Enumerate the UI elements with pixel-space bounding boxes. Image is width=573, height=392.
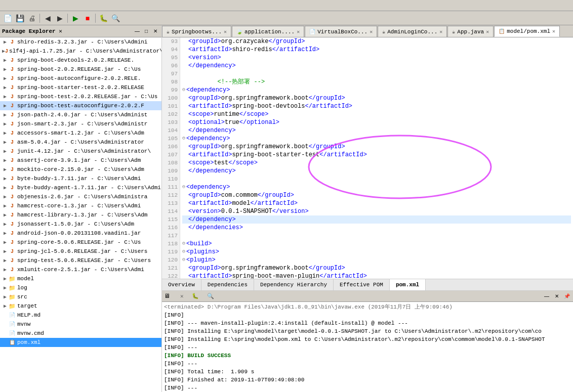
print-button[interactable]: 🖨 [26, 13, 37, 24]
forward-button[interactable]: ▶ [54, 13, 65, 24]
toolbar-sep-3 [95, 14, 96, 23]
tree-item[interactable]: ▶Jhamcrest-core-1.3.jar - C:\Users\Admi [0, 201, 161, 210]
search-toolbar-button[interactable]: 🔍 [110, 13, 121, 24]
tree-item[interactable]: ▶Jassertj-core-3.9.1.jar - C:\Users\Adm [0, 156, 161, 165]
bottom-tab-dependencies[interactable]: Dependencies [201, 279, 254, 290]
console-clear-btn[interactable]: ✕ [553, 292, 561, 300]
tree-item[interactable]: ▶Jspring-boot-test-2.0.2.RELEASE.jar - C… [0, 92, 161, 101]
menu-source[interactable] [18, 5, 26, 7]
tree-item[interactable]: ▶📁src [0, 292, 161, 301]
tree-item[interactable]: ▶Jaccessors-smart-1.2.jar - C:\Users\Adm [0, 128, 161, 138]
tree-item[interactable]: ▶Jjunit-4.12.jar - C:\Users\Administrato… [0, 147, 161, 156]
tree-item[interactable]: ▶Jspring-core-5.0.6.RELEASE.jar - C:\Us [0, 238, 161, 247]
right-panel: ☕Springbootws...✕🍃application....✕📄Virtu… [162, 25, 573, 392]
line-number: 111 [164, 183, 178, 191]
tree-item[interactable]: ▶Jmockito-core-2.15.0.jar - C:\Users\Adm [0, 165, 161, 174]
tree-item[interactable]: ▶Jandroid-json-0.0.20131108.vaadin1.jar [0, 229, 161, 238]
menu-file[interactable] [2, 5, 10, 7]
maximize-button[interactable]: □ [142, 27, 150, 35]
toolbar-sep-1 [39, 14, 40, 23]
code-line: <artifactId>shiro-redis</artifactId> [182, 46, 571, 54]
code-line: <groupId>com.commom</groupId> [182, 191, 571, 199]
line-number: 96 [164, 62, 178, 70]
editor-tab[interactable]: 🍃application....✕ [232, 26, 304, 37]
line-number: 102 [164, 110, 178, 118]
bottom-tab-effective-pom[interactable]: Effective POM [334, 279, 390, 290]
tree-item[interactable]: ▶Jspring-boot-test-autoconfigure-2.0.2.F [0, 101, 161, 110]
console-minimize-btn[interactable]: — [543, 292, 551, 300]
editor-tab[interactable]: 📋model/pom.xml✕ [494, 26, 560, 37]
minimize-button[interactable]: — [133, 27, 141, 35]
menu-jmr[interactable] [43, 5, 51, 7]
stop-button[interactable]: ■ [82, 13, 93, 24]
code-line: <artifactId>model</artifactId> [182, 199, 571, 207]
tree-item[interactable]: ▶Jobjenesis-2.6.jar - C:\Users\Administr… [0, 192, 161, 201]
console-pin-btn[interactable]: 📌 [563, 292, 571, 300]
console-text: <terminated> D:\Program Files\Java\jdk1.… [162, 302, 573, 392]
editor-tabs: ☕Springbootws...✕🍃application....✕📄Virtu… [162, 25, 573, 37]
tree-item[interactable]: 📄mvnw [0, 320, 161, 329]
bottom-tab-pom.xml[interactable]: pom.xml [390, 279, 426, 290]
tree-item[interactable]: ▶📁target [0, 301, 161, 311]
back-button[interactable]: ◀ [42, 13, 53, 24]
code-line: ⊖ <plugins> [182, 248, 571, 256]
bottom-tab-overview[interactable]: Overview [162, 279, 201, 290]
editor-tab[interactable]: 📄VirtualBoxCo...✕ [305, 26, 377, 37]
menu-project[interactable] [51, 5, 59, 7]
line-number: 94 [164, 46, 178, 54]
close-panel-button[interactable]: ✕ [151, 27, 159, 35]
menu-edit[interactable] [10, 5, 18, 7]
tree-item[interactable]: 📋pom.xml [0, 338, 161, 347]
editor-tab[interactable]: ☕AdminLoginCo...✕ [378, 26, 447, 37]
editor-tab[interactable]: ☕Springbootws...✕ [162, 26, 231, 37]
tree-item[interactable]: ▶Jspring-boot-starter-test-2.0.2.RELEASE [0, 83, 161, 92]
tree-item[interactable]: ▶Jspring-boot-2.0.2.RELEASE.jar - C:\Us [0, 65, 161, 74]
line-number: 99 [164, 86, 178, 94]
code-line: </dependency> [182, 126, 571, 135]
menu-search[interactable] [34, 5, 43, 7]
line-number: 100 [164, 94, 178, 102]
line-number: 101 [164, 102, 178, 110]
tree-item[interactable]: ▶Jbyte-buddy-1.7.11.jar - C:\Users\Admi [0, 174, 161, 183]
tree-item[interactable]: 📄mvnw.cmd [0, 329, 161, 338]
line-numbers: 9394959697989910010110210310410510610710… [162, 37, 180, 279]
tree-item[interactable]: ▶Jxmlunit-core-2.5.1.jar - C:\Users\Admi [0, 265, 161, 274]
code-line: <groupId>org.crazycake</groupId> [182, 37, 571, 46]
tree-item[interactable]: ▶Jbyte-buddy-agent-1.7.11.jar - C:\Users… [0, 183, 161, 192]
search-console-btn[interactable]: 🔍 [207, 293, 214, 299]
debug-button[interactable]: 🐛 [98, 13, 109, 24]
run-button[interactable]: ▶ [70, 13, 81, 24]
menu-navigate[interactable] [26, 5, 34, 7]
new-button[interactable]: 📄 [2, 13, 13, 24]
tree-item[interactable]: ▶Jslf4j-api-1.7.25.jar - C:\Users\Admini… [0, 47, 161, 56]
tree-item[interactable]: ▶Jshiro-redis-3.2.3.jar - C:\Users\Admin… [0, 37, 161, 47]
tree-item[interactable]: ▶Jasm-5.0.4.jar - C:\Users\Administrator [0, 138, 161, 147]
code-line: ⊖ <dependency> [182, 86, 571, 94]
editor-tab[interactable]: ☕App.java✕ [447, 26, 494, 37]
console-line: [INFO] Installing E:\spring\model\pom.xm… [164, 335, 571, 343]
tree-item[interactable]: 📄HELP.md [0, 311, 161, 320]
menu-window[interactable] [67, 5, 75, 7]
tree-item[interactable]: ▶Jjson-path-2.4.0.jar - C:\Users\Adminis… [0, 110, 161, 119]
save-button[interactable]: 💾 [14, 13, 25, 24]
bottom-tab-dependency-hierarchy[interactable]: Dependency Hierarchy [254, 279, 334, 290]
tree-item[interactable]: ▶Jhamcrest-library-1.3.jar - C:\Users\Ad… [0, 210, 161, 220]
code-line: </dependency> [182, 215, 571, 224]
tree-item[interactable]: ▶Jspring-boot-devtools-2.0.2.RELEASE. [0, 56, 161, 65]
code-line [182, 70, 571, 78]
tree-item[interactable]: ▶Jjsonassert-1.5.0.jar - C:\Users\Adm [0, 220, 161, 229]
code-area[interactable]: 9394959697989910010110210310410510610710… [162, 37, 573, 279]
tree-item[interactable]: ▶📁model [0, 274, 161, 283]
tree-area[interactable]: ▶Jshiro-redis-3.2.3.jar - C:\Users\Admin… [0, 37, 161, 392]
tree-item[interactable]: ▶Jjson-smart-2.3.jar - C:\Users\Administ… [0, 119, 161, 128]
tree-item[interactable]: ▶📁log [0, 283, 161, 292]
tree-item[interactable]: ▶Jspring-test-5.0.6.RELEASE.jar - C:\Use… [0, 256, 161, 265]
menu-help[interactable] [75, 5, 83, 7]
panel-title: Package Explorer ✕ [2, 28, 133, 34]
debug-console-btn[interactable]: 🐛 [192, 293, 199, 299]
menu-run[interactable] [59, 5, 67, 7]
toolbar-sep-2 [67, 14, 68, 23]
tree-item[interactable]: ▶Jspring-jcl-5.0.6.RELEASE.jar - C:\User… [0, 247, 161, 256]
tree-item[interactable]: ▶Jspring-boot-autoconfigure-2.0.2.RELE. [0, 74, 161, 83]
code-line: </dependency> [182, 62, 571, 70]
